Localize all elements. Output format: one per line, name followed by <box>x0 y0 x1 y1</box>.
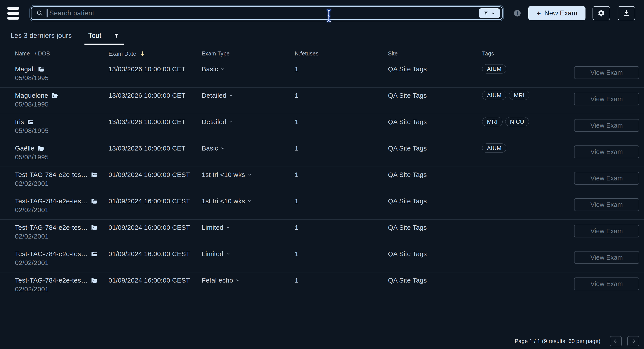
active-tab-indicator <box>84 44 124 45</box>
action-cell: View Exam <box>574 220 639 237</box>
view-exam-button[interactable]: View Exam <box>574 66 639 79</box>
site-cell: QA Site Tags <box>388 114 482 126</box>
patient-dob: 02/02/2001 <box>15 285 108 293</box>
tag-list: AIUMMRI <box>482 88 574 100</box>
chevron-down-icon <box>226 252 230 256</box>
search-bar <box>31 7 502 20</box>
action-cell: View Exam <box>574 272 639 290</box>
search-filter-button[interactable] <box>479 8 500 18</box>
exam-type-dropdown[interactable]: Detailed <box>202 88 295 100</box>
patient-name-link[interactable]: Test-TAG-784-e2e-tes… <box>15 276 108 285</box>
menu-bar <box>7 17 19 20</box>
name-dob-cell: Test-TAG-784-e2e-tes… 02/02/2001 <box>15 193 108 214</box>
open-folder-icon <box>91 225 98 231</box>
exam-date-cell: 01/09/2024 16:00:00 CEST <box>108 167 202 179</box>
exam-type-dropdown[interactable]: Basic <box>202 61 295 74</box>
name-dob-cell: Maguelone 05/08/1995 <box>15 88 108 109</box>
exam-date-cell: 13/03/2026 10:00:00 CET <box>108 114 202 126</box>
patient-name: Magali <box>15 65 35 74</box>
menu-button[interactable] <box>7 7 19 20</box>
view-exam-button[interactable]: View Exam <box>574 172 639 185</box>
exam-type-dropdown[interactable]: 1st tri <10 wks <box>202 167 295 179</box>
patient-name: Maguelone <box>15 91 48 100</box>
patient-name: Test-TAG-784-e2e-tes… <box>15 170 88 179</box>
table-row[interactable]: Maguelone 05/08/1995 13/03/2026 10:00:00… <box>0 88 644 114</box>
settings-button[interactable] <box>592 6 610 20</box>
patient-name: Iris <box>15 118 24 126</box>
info-icon[interactable]: i <box>514 10 520 17</box>
n-fetuses-cell: 1 <box>295 167 388 179</box>
funnel-icon[interactable] <box>113 33 119 39</box>
patient-name-link[interactable]: Maguelone <box>15 91 108 100</box>
export-button[interactable] <box>618 6 635 20</box>
table-row[interactable]: Gaëlle 05/08/1995 13/03/2026 10:00:00 CE… <box>0 140 644 167</box>
exam-type-dropdown[interactable]: Detailed <box>202 114 295 126</box>
exam-type-dropdown[interactable]: Fetal echo <box>202 272 295 285</box>
arrow-left-icon <box>613 338 619 344</box>
exam-date-cell: 01/09/2024 16:00:00 CEST <box>108 220 202 232</box>
search-input[interactable] <box>48 9 479 17</box>
exam-type-dropdown[interactable]: Basic <box>202 140 295 153</box>
patient-name-link[interactable]: Test-TAG-784-e2e-tes… <box>15 249 108 258</box>
date-range-filter[interactable]: Les 3 derniers jours <box>10 32 72 40</box>
tag-pill: AIUM <box>482 64 506 74</box>
patient-name-link[interactable]: Magali <box>15 65 108 74</box>
table-row[interactable]: Test-TAG-784-e2e-tes… 02/02/2001 01/09/2… <box>0 272 644 299</box>
view-exam-button[interactable]: View Exam <box>574 119 639 132</box>
tag-list: AIUM <box>482 61 574 74</box>
tag-list <box>482 220 574 223</box>
patient-name-link[interactable]: Test-TAG-784-e2e-tes… <box>15 170 108 179</box>
new-exam-button[interactable]: + New Exam <box>528 6 586 20</box>
view-exam-button[interactable]: View Exam <box>574 93 639 105</box>
chevron-down-icon <box>229 94 233 98</box>
tag-list <box>482 272 574 275</box>
next-page-button[interactable] <box>627 336 639 346</box>
exam-date-cell: 13/03/2026 10:00:00 CET <box>108 88 202 100</box>
prev-page-button[interactable] <box>610 336 622 346</box>
table-row[interactable]: Test-TAG-784-e2e-tes… 02/02/2001 01/09/2… <box>0 220 644 246</box>
patient-dob: 02/02/2001 <box>15 206 108 214</box>
tag-pill: MRI <box>482 117 502 126</box>
patient-name: Gaëlle <box>15 144 34 153</box>
exam-type-dropdown[interactable]: 1st tri <10 wks <box>202 193 295 206</box>
name-dob-cell: Test-TAG-784-e2e-tes… 02/02/2001 <box>15 246 108 267</box>
chevron-down-icon <box>229 120 233 124</box>
patient-list-screen: { "topbar": { "search_placeholder": "Sea… <box>0 0 644 349</box>
table-header: Name / DOB Exam Date Exam Type N.fetuses… <box>0 45 644 61</box>
header-exam-date[interactable]: Exam Date <box>108 45 202 57</box>
patient-name-link[interactable]: Test-TAG-784-e2e-tes… <box>15 197 108 206</box>
header-site: Site <box>388 45 482 57</box>
view-exam-button[interactable]: View Exam <box>574 251 639 264</box>
patient-name-link[interactable]: Gaëlle <box>15 144 108 153</box>
exam-type-dropdown[interactable]: Limited <box>202 220 295 232</box>
site-cell: QA Site Tags <box>388 220 482 232</box>
view-exam-button[interactable]: View Exam <box>574 225 639 237</box>
empty-space <box>0 299 644 333</box>
tab-label: Tout <box>88 32 102 40</box>
action-cell: View Exam <box>574 246 639 264</box>
exam-type-dropdown[interactable]: Limited <box>202 246 295 258</box>
tab-tout[interactable]: Tout <box>84 27 124 45</box>
view-exam-button[interactable]: View Exam <box>574 198 639 211</box>
table-row[interactable]: Test-TAG-784-e2e-tes… 02/02/2001 01/09/2… <box>0 246 644 272</box>
download-icon <box>623 10 630 17</box>
search-icon <box>36 10 43 17</box>
action-cell: View Exam <box>574 167 639 185</box>
patient-name-link[interactable]: Iris <box>15 118 108 126</box>
n-fetuses-cell: 1 <box>295 246 388 258</box>
table-row[interactable]: Test-TAG-784-e2e-tes… 02/02/2001 01/09/2… <box>0 193 644 220</box>
table-row[interactable]: Magali 05/08/1995 13/03/2026 10:00:00 CE… <box>0 61 644 88</box>
action-cell: View Exam <box>574 114 639 132</box>
exam-type-value: Basic <box>202 144 218 153</box>
patient-dob: 02/02/2001 <box>15 232 108 241</box>
name-dob-cell: Test-TAG-784-e2e-tes… 02/02/2001 <box>15 167 108 188</box>
view-exam-button[interactable]: View Exam <box>574 277 639 290</box>
chevron-up-icon <box>490 11 495 16</box>
table-row[interactable]: Test-TAG-784-e2e-tes… 02/02/2001 01/09/2… <box>0 167 644 193</box>
patient-name-link[interactable]: Test-TAG-784-e2e-tes… <box>15 223 108 232</box>
chevron-down-icon <box>221 67 225 71</box>
n-fetuses-cell: 1 <box>295 193 388 206</box>
arrow-right-icon <box>630 338 636 344</box>
table-row[interactable]: Iris 05/08/1995 13/03/2026 10:00:00 CET … <box>0 114 644 140</box>
view-exam-button[interactable]: View Exam <box>574 145 639 158</box>
